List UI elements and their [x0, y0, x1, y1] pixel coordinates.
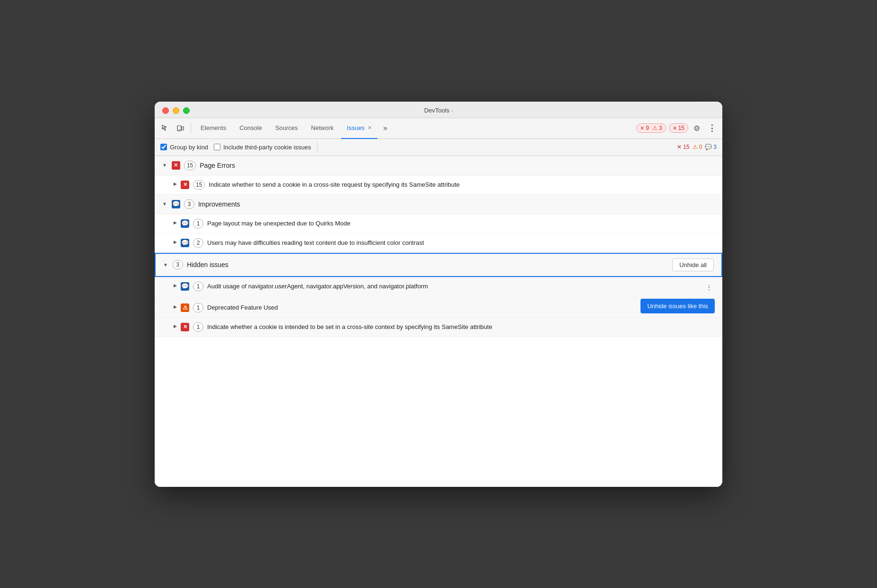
issue-warn-icon: ⚠	[181, 303, 189, 312]
title-bar: DevTools ·	[155, 102, 722, 118]
group-by-kind-input[interactable]	[160, 144, 167, 150]
tab-sources[interactable]: Sources	[270, 118, 304, 139]
filter-error-count: 15	[683, 144, 689, 150]
issue-count: 1	[193, 219, 203, 228]
issue-menu-button[interactable]: ⋮	[703, 282, 715, 293]
info-error-icon: ✕	[673, 125, 677, 131]
traffic-lights	[162, 107, 190, 114]
tab-issues[interactable]: Issues ✕	[341, 118, 377, 139]
improvements-icon: 💬	[172, 200, 180, 208]
improvements-section-header[interactable]: ▼ 💬 3 Improvements	[155, 195, 722, 214]
close-button[interactable]	[162, 107, 169, 114]
issue-error-icon: ✕	[181, 181, 189, 189]
issue-row-chevron: ▶	[174, 220, 177, 225]
issue-text: Audit usage of navigator.userAgent, navi…	[207, 282, 700, 291]
hidden-issues-chevron: ▼	[163, 262, 168, 268]
third-party-checkbox[interactable]: Include third-party cookie issues	[214, 144, 311, 151]
more-tabs-button[interactable]: »	[379, 124, 391, 132]
error-count: 9	[646, 125, 649, 131]
issue-count: 1	[193, 282, 203, 291]
filter-warn-icon: ⚠	[693, 144, 698, 150]
issue-row-chevron: ▶	[174, 304, 177, 309]
hidden-issues-section-header[interactable]: ▼ 3 Hidden issues Unhide all	[155, 253, 722, 277]
hidden-issues-count: 3	[173, 260, 183, 269]
issue-info-icon: 💬	[181, 219, 189, 228]
filter-bar: Group by kind Include third-party cookie…	[155, 139, 722, 156]
issue-row-chevron: ▶	[174, 182, 177, 186]
improvements-label: Improvements	[198, 200, 240, 208]
issue-count: 1	[193, 303, 203, 312]
maximize-button[interactable]	[183, 107, 190, 114]
filter-warn-count: 0	[699, 144, 702, 150]
issue-count: 1	[193, 322, 203, 332]
issue-count: 2	[193, 238, 203, 248]
issue-row[interactable]: ▶ 💬 1 Audit usage of navigator.userAgent…	[155, 277, 722, 298]
devtools-window: DevTools · Elements Console Sources	[155, 102, 722, 487]
issue-info-icon: 💬	[181, 239, 189, 247]
issue-text: Users may have difficulties reading text…	[207, 238, 715, 248]
page-errors-chevron: ▼	[162, 163, 167, 168]
group-by-kind-checkbox[interactable]: Group by kind	[160, 144, 208, 151]
issue-text: Deprecated Feature Used	[207, 303, 715, 312]
tab-elements[interactable]: Elements	[195, 118, 232, 139]
window-title: DevTools ·	[424, 107, 453, 114]
page-errors-label: Page Errors	[200, 162, 235, 169]
issue-row[interactable]: ▶ ⚠ 1 Deprecated Feature Used	[155, 298, 722, 318]
issue-row[interactable]: ▶ 💬 1 Page layout may be unexpected due …	[155, 214, 722, 233]
warning-count: 3	[659, 125, 662, 131]
error-count-badge[interactable]: ✕ 9 ⚠ 3	[636, 123, 666, 133]
warning-icon: ⚠	[652, 125, 658, 131]
hidden-issues-label: Hidden issues	[187, 261, 228, 268]
issue-text: Indicate whether a cookie is intended to…	[207, 322, 715, 332]
filter-badges: ✕ 15 ⚠ 0 💬 3	[677, 144, 717, 150]
toolbar: Elements Console Sources Network Issues …	[155, 118, 722, 139]
filter-error-icon: ✕	[677, 144, 682, 150]
info-count-badge[interactable]: ✕ 15	[669, 123, 688, 133]
page-errors-count: 15	[184, 161, 196, 170]
issue-text: Page layout may be unexpected due to Qui…	[207, 219, 715, 228]
gear-icon: ⚙	[693, 124, 700, 133]
more-options-button[interactable]: ⋮	[705, 121, 719, 135]
issues-panel: ▼ ✕ 15 Page Errors ▶ ✕ 15 Indicate wheth…	[155, 156, 722, 487]
issue-count: 15	[193, 180, 205, 190]
inspect-element-button[interactable]	[158, 121, 172, 135]
issue-row[interactable]: ▶ ✕ 1 Indicate whether a cookie is inten…	[155, 318, 722, 337]
page-errors-section-header[interactable]: ▼ ✕ 15 Page Errors	[155, 156, 722, 175]
improvements-chevron: ▼	[162, 201, 167, 207]
dots-icon: ⋮	[708, 123, 716, 133]
group-by-kind-label: Group by kind	[170, 144, 208, 151]
info-count: 15	[678, 125, 684, 131]
tab-network[interactable]: Network	[306, 118, 340, 139]
svg-rect-1	[182, 127, 184, 130]
issue-text: Indicate whether to send a cookie in a c…	[209, 180, 715, 190]
filter-info-count: 3	[713, 144, 717, 150]
issue-row-chevron: ▶	[174, 283, 177, 288]
filter-warn-badge: ⚠ 0	[693, 144, 702, 150]
third-party-input[interactable]	[214, 144, 220, 150]
issue-row[interactable]: ▶ ✕ 15 Indicate whether to send a cookie…	[155, 175, 722, 195]
improvements-count: 3	[184, 199, 194, 209]
filter-info-badge: 💬 3	[705, 144, 717, 150]
third-party-label: Include third-party cookie issues	[223, 144, 311, 151]
minimize-button[interactable]	[173, 107, 179, 114]
issue-error-icon: ✕	[181, 323, 189, 331]
tab-console[interactable]: Console	[234, 118, 268, 139]
issue-row-chevron: ▶	[174, 324, 177, 329]
filter-info-icon: 💬	[705, 144, 712, 150]
settings-button[interactable]: ⚙	[690, 121, 703, 135]
issue-badges: ✕ 9 ⚠ 3 ✕ 15	[636, 123, 688, 133]
device-toolbar-button[interactable]	[174, 121, 187, 135]
filter-divider	[317, 142, 317, 152]
close-issues-tab[interactable]: ✕	[368, 125, 372, 131]
issue-info-icon: 💬	[181, 282, 189, 291]
filter-error-badge: ✕ 15	[677, 144, 689, 150]
unhide-all-button[interactable]: Unhide all	[672, 259, 714, 271]
issue-row-chevron: ▶	[174, 240, 177, 244]
page-errors-icon: ✕	[172, 161, 180, 170]
issue-row[interactable]: ▶ 💬 2 Users may have difficulties readin…	[155, 233, 722, 253]
unhide-issues-like-this-button[interactable]: Unhide issues like this	[640, 299, 715, 313]
toolbar-divider	[191, 122, 191, 134]
error-icon: ✕	[640, 125, 644, 131]
